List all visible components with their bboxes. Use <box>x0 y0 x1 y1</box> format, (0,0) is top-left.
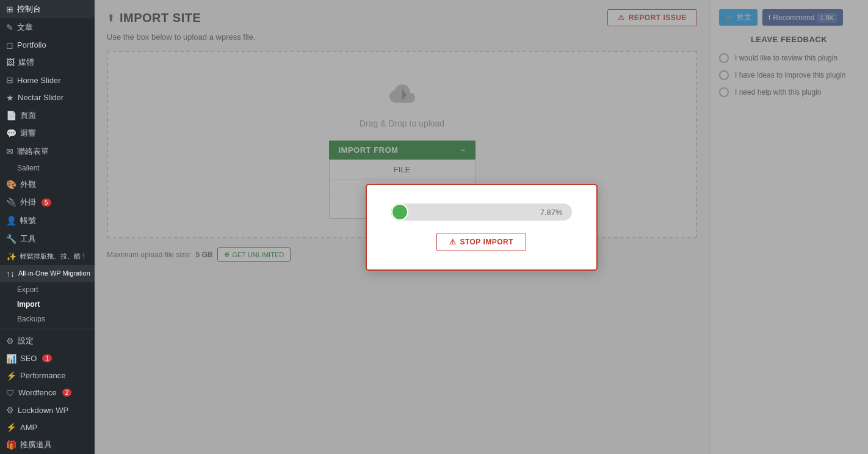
sidebar-label: 頁面 <box>20 110 36 121</box>
sidebar-label: 外掛 <box>20 197 36 208</box>
users-icon: 👤 <box>6 216 16 225</box>
aio-icon: ↑↓ <box>6 269 15 279</box>
sidebar-label: 帳號 <box>20 215 36 226</box>
sidebar-sub-import[interactable]: Import <box>0 297 95 312</box>
sidebar-item-posts[interactable]: ✎ 文章 <box>0 18 95 37</box>
appearance-icon: 🎨 <box>6 180 16 189</box>
wordfence-icon: 🛡 <box>6 388 15 398</box>
sidebar-item-performance[interactable]: ⚡ Performance <box>0 367 95 384</box>
progress-modal: 7.87% ⚠ STOP IMPORT <box>366 184 598 271</box>
plugins-icon: 🔌 <box>6 197 16 207</box>
sidebar-item-settings[interactable]: ⚙ 設定 <box>0 332 95 350</box>
sidebar-label: 設定 <box>18 335 34 346</box>
settings-icon: ⚙ <box>6 336 14 346</box>
sidebar-label: Home Slider <box>17 76 61 85</box>
sidebar-item-appearance[interactable]: 🎨 外觀 <box>0 175 95 194</box>
dragdrop-icon: ✨ <box>6 252 16 262</box>
lockdown-icon: ⚙ <box>6 405 14 415</box>
sub-label: Export <box>17 285 38 294</box>
comments-icon: 💬 <box>6 128 16 138</box>
sidebar-item-dragdrop[interactable]: ✨ 輕鬆排版拖、拉、酷！ <box>0 248 95 265</box>
sidebar-label: Performance <box>20 371 65 380</box>
forms-icon: ✉ <box>6 147 13 156</box>
sidebar-label: 推廣道具 <box>20 439 52 450</box>
amp-icon: ⚡ <box>6 422 16 432</box>
wordfence-badge: 2 <box>62 389 72 397</box>
sidebar-item-misc[interactable]: 🎁 推廣道具 <box>0 436 95 454</box>
main: ⬆ IMPORT SITE ⚠ REPORT ISSUE Use the box… <box>95 0 868 454</box>
dashboard-icon: ⊞ <box>6 4 13 14</box>
sidebar-label: SEO <box>20 354 37 363</box>
sidebar-item-amp[interactable]: ⚡ AMP <box>0 419 95 436</box>
sidebar-label: Salient <box>17 164 40 172</box>
sidebar-sub-salient[interactable]: Salient <box>0 161 95 175</box>
sidebar-label: Lockdown WP <box>18 406 68 415</box>
sidebar-sub-export[interactable]: Export <box>0 282 95 297</box>
sidebar-label: AMP <box>20 423 37 432</box>
sidebar-label: Portfolio <box>17 40 46 49</box>
progress-text: 7.87% <box>540 207 563 216</box>
sidebar-item-nectar-slider[interactable]: ★ Nectar Slider <box>0 89 95 106</box>
media-icon: 🖼 <box>6 57 15 67</box>
sidebar-item-media[interactable]: 🖼 媒體 <box>0 54 95 72</box>
sidebar-label: 控制台 <box>17 4 41 15</box>
stop-icon: ⚠ <box>449 238 457 246</box>
center-panel: ⬆ IMPORT SITE ⚠ REPORT ISSUE Use the box… <box>95 0 709 454</box>
sidebar-item-home-slider[interactable]: ⊟ Home Slider <box>0 71 95 89</box>
plugins-badge: 5 <box>42 199 51 207</box>
sidebar-item-forms[interactable]: ✉ 聯絡表單 <box>0 142 95 161</box>
performance-icon: ⚡ <box>6 371 16 381</box>
pages-icon: 📄 <box>6 111 16 120</box>
seo-badge: 1 <box>42 354 52 362</box>
sidebar: ⊞ 控制台 ✎ 文章 ◻ Portfolio 🖼 媒體 ⊟ Home Slide… <box>0 0 95 454</box>
sidebar-label: 迴響 <box>20 128 36 139</box>
sidebar-label: 外觀 <box>20 179 36 190</box>
portfolio-icon: ◻ <box>6 40 13 50</box>
home-slider-icon: ⊟ <box>6 75 13 85</box>
sidebar-item-lockdown[interactable]: ⚙ Lockdown WP <box>0 401 95 419</box>
sidebar-divider <box>0 329 95 329</box>
sidebar-label: All-in-One WP Migration <box>18 269 90 277</box>
nectar-slider-icon: ★ <box>6 93 14 103</box>
sidebar-item-pages[interactable]: 📄 頁面 <box>0 106 95 125</box>
sub-label: Import <box>17 300 40 309</box>
sidebar-item-dashboard[interactable]: ⊞ 控制台 <box>0 0 95 18</box>
sidebar-label: 媒體 <box>18 57 34 68</box>
progress-indicator <box>391 203 408 221</box>
sidebar-item-comments[interactable]: 💬 迴響 <box>0 124 95 142</box>
sidebar-label: Wordfence <box>18 388 57 397</box>
sidebar-sub-backups[interactable]: Backups <box>0 312 95 326</box>
sidebar-label: Nectar Slider <box>18 93 63 102</box>
sidebar-label: 文章 <box>17 22 33 33</box>
sidebar-label: 工具 <box>20 233 36 244</box>
sidebar-label: 輕鬆排版拖、拉、酷！ <box>20 252 87 260</box>
sidebar-item-users[interactable]: 👤 帳號 <box>0 211 95 230</box>
sidebar-item-aio[interactable]: ↑↓ All-in-One WP Migration <box>0 265 95 282</box>
stop-btn-label: STOP IMPORT <box>460 238 513 246</box>
sidebar-item-plugins[interactable]: 🔌 外掛 5 <box>0 193 95 211</box>
progress-bar: 7.87% <box>391 203 572 221</box>
misc-icon: 🎁 <box>6 440 16 450</box>
stop-import-button[interactable]: ⚠ STOP IMPORT <box>436 233 526 251</box>
sidebar-item-portfolio[interactable]: ◻ Portfolio <box>0 36 95 53</box>
posts-icon: ✎ <box>6 23 13 32</box>
sidebar-label: 聯絡表單 <box>17 146 49 157</box>
sidebar-item-wordfence[interactable]: 🛡 Wordfence 2 <box>0 384 95 401</box>
seo-icon: 📊 <box>6 354 16 364</box>
progress-overlay: 7.87% ⚠ STOP IMPORT <box>95 0 709 454</box>
sub-label: Backups <box>17 315 45 323</box>
sidebar-item-tools[interactable]: 🔧 工具 <box>0 230 95 248</box>
sidebar-item-seo[interactable]: 📊 SEO 1 <box>0 350 95 367</box>
tools-icon: 🔧 <box>6 234 16 244</box>
content: ⬆ IMPORT SITE ⚠ REPORT ISSUE Use the box… <box>95 0 868 454</box>
